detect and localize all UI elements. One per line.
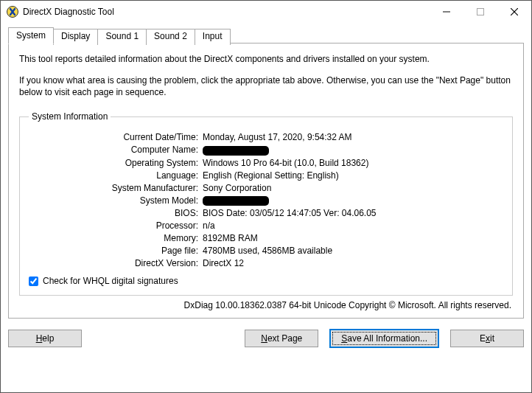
label-language: Language:: [29, 170, 198, 181]
label-os: Operating System:: [29, 158, 198, 168]
save-all-button[interactable]: Save All Information...: [330, 330, 438, 347]
label-bios: BIOS:: [29, 208, 198, 218]
tab-label: System: [16, 30, 46, 41]
tab-label: Sound 2: [154, 31, 187, 41]
dxdiag-icon: [7, 6, 18, 18]
btn-label: elp: [42, 333, 54, 344]
intro-text-1: This tool reports detailed information a…: [19, 54, 513, 64]
system-information-group: System Information Current Date/Time: Mo…: [19, 111, 513, 296]
redacted-value: [203, 146, 269, 156]
label-directx: DirectX Version:: [29, 258, 198, 268]
label-model: System Model:: [29, 195, 198, 206]
label-memory: Memory:: [29, 233, 198, 243]
svg-rect-2: [477, 9, 484, 15]
value-language: English (Regional Setting: English): [203, 170, 503, 181]
close-button[interactable]: [497, 1, 531, 23]
tab-input[interactable]: Input: [195, 29, 231, 45]
tab-sound1[interactable]: Sound 1: [97, 29, 147, 45]
footer-copyright: DxDiag 10.00.18362.0387 64-bit Unicode C…: [19, 300, 511, 310]
tab-label: Input: [203, 31, 223, 41]
help-button[interactable]: Help: [8, 330, 82, 347]
label-computer-name: Computer Name:: [29, 145, 198, 155]
tab-bar: System Display Sound 1 Sound 2 Input: [8, 27, 524, 44]
value-os: Windows 10 Pro 64-bit (10.0, Build 18362…: [203, 158, 503, 168]
label-manufacturer: System Manufacturer:: [29, 183, 198, 193]
minimize-button[interactable]: [430, 1, 463, 23]
label-processor: Processor:: [29, 220, 198, 231]
label-datetime: Current Date/Time:: [29, 132, 198, 142]
value-model: [203, 195, 503, 206]
label-pagefile: Page file:: [29, 246, 198, 256]
whql-checkbox-row[interactable]: Check for WHQL digital signatures: [29, 276, 503, 286]
redacted-value: [203, 196, 269, 206]
value-computer-name: [203, 145, 503, 155]
btn-label: ext Page: [267, 333, 302, 344]
next-page-button[interactable]: Next Page: [245, 330, 318, 347]
tab-system[interactable]: System: [8, 27, 54, 44]
tab-panel-system: This tool reports detailed information a…: [8, 43, 524, 319]
whql-checkbox[interactable]: [29, 277, 38, 286]
exit-button[interactable]: Exit: [450, 330, 524, 347]
value-memory: 8192MB RAM: [203, 233, 503, 243]
value-manufacturer: Sony Corporation: [203, 183, 503, 193]
tab-label: Sound 1: [105, 31, 139, 41]
tab-display[interactable]: Display: [53, 29, 98, 45]
window-title: DirectX Diagnostic Tool: [23, 7, 430, 17]
maximize-button[interactable]: [463, 1, 497, 23]
value-directx: DirectX 12: [203, 258, 503, 268]
value-bios: BIOS Date: 03/05/12 14:47:05 Ver: 04.06.…: [203, 208, 503, 218]
system-information-legend: System Information: [29, 111, 111, 122]
btn-label: ave All Information...: [347, 333, 427, 344]
value-datetime: Monday, August 17, 2020, 9:54:32 AM: [203, 132, 503, 142]
tab-sound2[interactable]: Sound 2: [146, 29, 195, 45]
value-pagefile: 4780MB used, 4586MB available: [203, 246, 503, 256]
tab-label: Display: [61, 31, 90, 41]
whql-label: Check for WHQL digital signatures: [43, 276, 178, 286]
btn-label: it: [490, 333, 494, 344]
titlebar: DirectX Diagnostic Tool: [1, 1, 531, 23]
intro-text-2: If you know what area is causing the pro…: [19, 74, 513, 98]
value-processor: n/a: [203, 220, 503, 231]
